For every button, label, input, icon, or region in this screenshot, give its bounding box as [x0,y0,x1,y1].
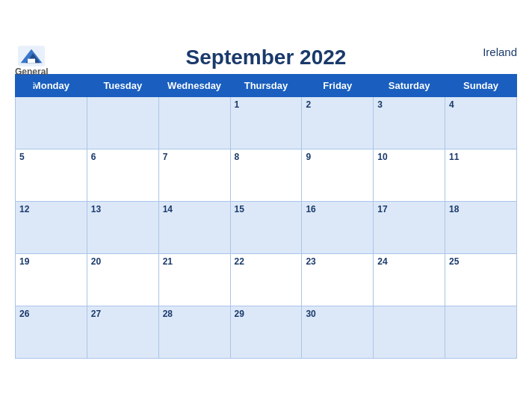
calendar-body: 1234567891011121314151617181920212223242… [16,96,517,358]
day-cell-4-2: 28 [158,306,230,358]
calendar-wrapper: General Blue September 2022 Ireland Mond… [0,38,532,374]
header-saturday: Saturday [374,74,445,96]
day-number-13: 13 [91,204,101,214]
day-cell-2-6: 18 [445,201,517,253]
day-number-14: 14 [163,204,173,214]
day-cell-0-2 [158,96,230,149]
day-cell-1-3: 8 [230,149,302,201]
day-cell-3-5: 24 [374,253,445,306]
day-cell-2-4: 16 [302,201,374,253]
day-cell-0-4: 2 [302,96,374,149]
day-number-18: 18 [449,204,459,214]
day-number-4: 4 [449,99,454,110]
day-number-27: 27 [91,309,101,319]
day-cell-3-2: 21 [158,253,230,306]
day-number-6: 6 [91,152,96,162]
country-label: Ireland [483,46,517,58]
day-cell-0-0 [16,96,87,149]
day-number-10: 10 [377,152,387,162]
day-cell-1-1: 6 [87,149,158,201]
day-cell-0-3: 1 [230,96,302,149]
weekday-header-row: Monday Tuesday Wednesday Thursday Friday… [16,74,517,96]
day-cell-4-5 [374,306,445,358]
day-cell-3-6: 25 [445,253,517,306]
day-number-11: 11 [449,152,459,162]
day-cell-4-0: 26 [16,306,87,358]
svg-rect-3 [28,58,35,63]
day-cell-4-6 [445,306,517,358]
day-cell-3-3: 22 [230,253,302,306]
week-row-3: 12131415161718 [16,201,517,253]
week-row-4: 19202122232425 [16,253,517,306]
day-cell-1-4: 9 [302,149,374,201]
day-cell-2-3: 15 [230,201,302,253]
day-cell-4-1: 27 [87,306,158,358]
header-wednesday: Wednesday [158,74,230,96]
header-sunday: Sunday [445,74,517,96]
day-number-20: 20 [91,256,101,267]
day-number-29: 29 [235,309,244,319]
day-number-7: 7 [163,152,168,162]
day-number-2: 2 [306,99,311,110]
day-cell-1-5: 10 [374,149,445,201]
day-cell-0-6: 4 [445,96,517,149]
day-cell-2-1: 13 [87,201,158,253]
day-cell-0-1 [87,96,158,149]
day-cell-4-4: 30 [302,306,374,358]
header-thursday: Thursday [230,74,302,96]
header-tuesday: Tuesday [87,74,158,96]
day-number-30: 30 [306,309,315,319]
brand-logo: General Blue [15,46,49,88]
calendar-header: General Blue September 2022 Ireland [15,46,517,69]
brand-icon [18,46,45,67]
day-number-22: 22 [235,256,244,267]
day-cell-4-3: 29 [230,306,302,358]
header-friday: Friday [302,74,374,96]
day-number-12: 12 [19,204,29,214]
week-row-1: 1234 [16,96,517,149]
day-number-15: 15 [235,204,244,214]
day-number-28: 28 [163,309,173,319]
day-number-19: 19 [19,256,29,267]
day-number-24: 24 [377,256,387,267]
day-cell-0-5: 3 [374,96,445,149]
brand-general-text: General [15,67,49,77]
day-number-26: 26 [19,309,29,319]
day-cell-2-2: 14 [158,201,230,253]
day-number-3: 3 [377,99,383,110]
day-number-8: 8 [235,152,240,162]
day-cell-1-2: 7 [158,149,230,201]
calendar-table: Monday Tuesday Wednesday Thursday Friday… [15,74,517,359]
day-number-16: 16 [306,204,315,214]
day-cell-2-5: 17 [374,201,445,253]
day-cell-3-4: 23 [302,253,374,306]
day-number-17: 17 [377,204,387,214]
day-number-21: 21 [163,256,173,267]
day-cell-3-1: 20 [87,253,158,306]
day-cell-1-0: 5 [16,149,87,201]
week-row-2: 567891011 [16,149,517,201]
day-cell-3-0: 19 [16,253,87,306]
calendar-title: September 2022 [186,46,347,69]
day-number-1: 1 [235,99,240,110]
brand-text: General Blue [15,67,49,88]
day-number-5: 5 [19,152,25,162]
day-number-23: 23 [306,256,315,267]
day-cell-2-0: 12 [16,201,87,253]
day-cell-1-6: 11 [445,149,517,201]
brand-blue-text: Blue [15,77,36,88]
day-number-25: 25 [449,256,459,267]
day-number-9: 9 [306,152,311,162]
week-row-5: 2627282930 [16,306,517,358]
